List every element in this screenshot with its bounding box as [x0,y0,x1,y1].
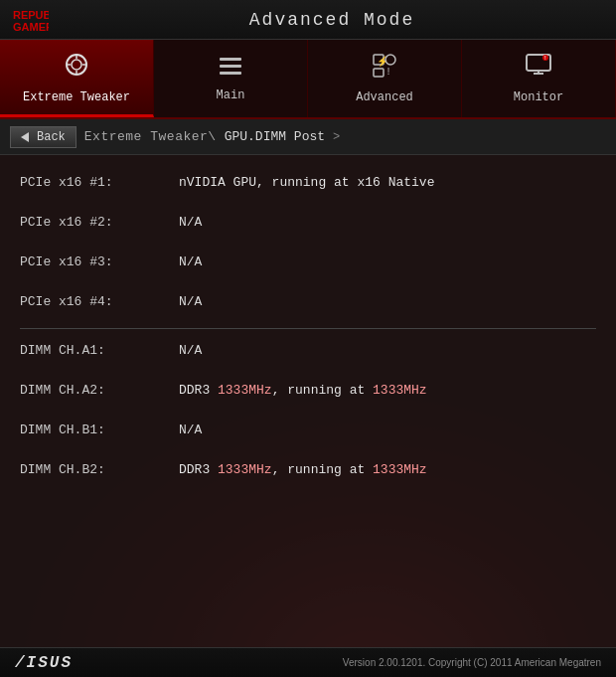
tab-extreme-tweaker[interactable]: Extreme Tweaker [0,40,154,117]
tab-main[interactable]: Main [154,40,308,117]
tab-advanced-label: Advanced [356,90,413,104]
dimm-chb2-speed1: 1333MHz [218,462,272,477]
dimm-chb2-row: DIMM CH.B2: DDR3 1333MHz, running at 133… [20,452,596,492]
dimm-cha2-value: DDR3 1333MHz, running at 1333MHz [179,381,427,398]
asus-logo: /ISUS [15,654,73,672]
tab-main-label: Main [217,88,245,102]
dimm-chb1-label: DIMM CH.B1: [20,421,179,437]
tab-advanced[interactable]: ⚡ ! Advanced [308,40,462,117]
breadcrumb-parent: Extreme Tweaker\ [84,129,217,144]
nav-tabs: Extreme Tweaker Main ⚡ ! Advanced [0,40,616,119]
breadcrumb-arrow: > [333,130,340,144]
back-arrow-icon [21,132,29,142]
header-title: Advanced Mode [58,10,606,30]
pcie-x16-4-label: PCIe x16 #4: [20,292,179,309]
dimm-cha1-value: N/A [179,341,202,358]
rog-icon: REPUBLIC OF GAMERS [10,5,50,35]
footer-version: Version 2.00.1201. Copyright (C) 2011 Am… [343,657,601,668]
tab-monitor-label: Monitor [514,90,563,104]
section-divider [20,328,596,329]
advanced-icon: ⚡ ! [372,53,397,85]
svg-text:GAMERS: GAMERS [13,21,49,33]
back-label: Back [37,130,66,144]
extreme-tweaker-icon [63,51,90,85]
breadcrumb-current: GPU.DIMM Post [225,129,325,144]
pcie-x16-4-value: N/A [179,292,202,309]
dimm-cha1-label: DIMM CH.A1: [20,341,179,358]
dimm-cha2-row: DIMM CH.A2: DDR3 1333MHz, running at 133… [20,373,596,413]
dimm-cha2-speed2: 1333MHz [373,383,427,398]
pcie-x16-2-row: PCIe x16 #2: N/A [20,205,596,245]
pcie-x16-3-value: N/A [179,253,202,269]
tab-extreme-tweaker-label: Extreme Tweaker [23,90,130,104]
svg-rect-9 [220,65,241,68]
svg-rect-8 [220,58,241,61]
back-button[interactable]: Back [10,126,77,148]
dimm-cha2-speed1: 1333MHz [218,383,272,398]
pcie-x16-3-label: PCIe x16 #3: [20,253,179,269]
svg-text:REPUBLIC OF: REPUBLIC OF [13,9,49,21]
breadcrumb-bar: Back Extreme Tweaker\ GPU.DIMM Post > [0,119,616,155]
dimm-cha2-label: DIMM CH.A2: [20,381,179,398]
dimm-cha1-row: DIMM CH.A1: N/A [20,333,596,373]
pcie-x16-3-row: PCIe x16 #3: N/A [20,245,596,284]
pcie-x16-1-value: nVIDIA GPU, running at x16 Native [179,173,434,190]
pcie-x16-1-label: PCIe x16 #1: [20,173,179,190]
pcie-x16-2-label: PCIe x16 #2: [20,213,179,230]
footer: /ISUS Version 2.00.1201. Copyright (C) 2… [0,647,616,677]
svg-rect-15 [374,69,384,77]
dimm-chb2-label: DIMM CH.B2: [20,460,179,477]
dimm-chb1-value: N/A [179,421,202,437]
pcie-x16-4-row: PCIe x16 #4: N/A [20,284,596,324]
tab-monitor[interactable]: ! Monitor [462,40,616,117]
dimm-chb2-speed2: 1333MHz [373,462,427,477]
pcie-x16-2-value: N/A [179,213,202,230]
dimm-chb2-value: DDR3 1333MHz, running at 1333MHz [179,460,427,477]
main-content: PCIe x16 #1: nVIDIA GPU, running at x16 … [0,155,616,647]
monitor-icon: ! [525,53,552,85]
svg-text:!: ! [385,67,391,78]
dimm-chb1-row: DIMM CH.B1: N/A [20,413,596,452]
svg-rect-10 [220,72,241,75]
header: REPUBLIC OF GAMERS Advanced Mode [0,0,616,40]
svg-point-3 [72,60,81,70]
pcie-x16-1-row: PCIe x16 #1: nVIDIA GPU, running at x16 … [20,165,596,205]
main-icon [218,55,243,83]
